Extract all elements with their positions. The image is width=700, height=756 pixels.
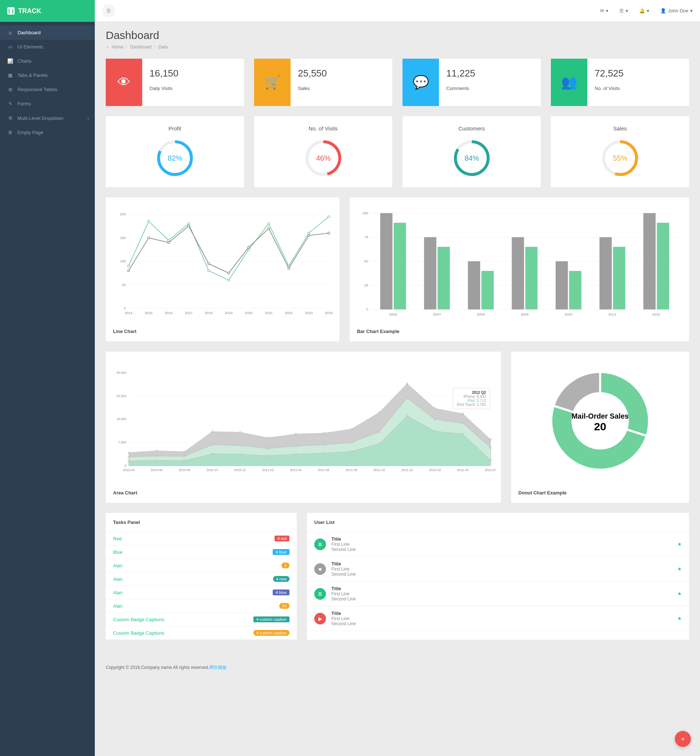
nav-item-multi-level-dropdown[interactable]: ⧉Multi-Level Dropdown‹ [0, 111, 95, 125]
nav-item-dashboard[interactable]: ⌂Dashboard [0, 25, 95, 40]
svg-text:2015: 2015 [145, 311, 152, 315]
user-title: Title [331, 561, 672, 567]
user-dropdown[interactable]: 👤 John Doe ▾ [660, 8, 693, 14]
svg-point-46 [248, 246, 250, 248]
svg-text:2007: 2007 [433, 312, 441, 316]
svg-point-41 [148, 237, 150, 239]
svg-text:2021: 2021 [265, 311, 273, 315]
svg-point-109 [211, 431, 213, 432]
nav-label: Responsive Tables [17, 87, 57, 92]
stat-value: 25,550 [298, 68, 385, 79]
svg-text:2010-08: 2010-08 [179, 468, 190, 472]
stat-card: 🛒25,550Sales [254, 59, 392, 106]
svg-point-49 [308, 234, 310, 237]
svg-text:20: 20 [594, 421, 606, 432]
svg-point-130 [406, 397, 408, 399]
donut-chart: Mail-Order Sales20 [517, 357, 684, 485]
svg-text:2023: 2023 [305, 311, 312, 315]
username-label: John Doe [668, 8, 688, 14]
svg-point-113 [323, 432, 324, 434]
stat-label: Daily Visits [150, 86, 237, 91]
tasks-dropdown[interactable]: ☰ ▾ [619, 8, 628, 14]
stat-label: Comments [446, 86, 533, 91]
stat-icon: 🛒 [254, 59, 291, 106]
svg-point-121 [156, 455, 157, 457]
task-item: Alan4 blue [106, 586, 297, 599]
user-item[interactable]: 🗎TitleFirst LineSecond Line★ [307, 532, 689, 557]
notifications-dropdown[interactable]: 🔔 ▾ [639, 8, 649, 14]
user-line2: Second Line [331, 547, 672, 552]
stat-label: No. of Visits [595, 86, 682, 91]
hamburger-button[interactable]: ☰ [102, 5, 115, 17]
mail-dropdown[interactable]: ✉ ▾ [600, 8, 608, 14]
svg-point-137 [211, 453, 213, 454]
svg-point-133 [490, 447, 491, 449]
circle-stat: Customers 84% [403, 116, 541, 187]
topbar-right: ✉ ▾ ☰ ▾ 🔔 ▾ 👤 John Doe ▾ [600, 8, 693, 14]
breadcrumb-home[interactable]: Home [112, 44, 123, 50]
nav-item-tabs-panels[interactable]: ▦Tabs & Panels [0, 68, 95, 83]
nav-item-charts[interactable]: 📊Charts [0, 54, 95, 68]
logo[interactable]: ❙❙ TRACK [0, 0, 95, 22]
user-line2: Second Line [331, 572, 672, 577]
svg-rect-68 [468, 261, 481, 309]
svg-point-39 [328, 216, 330, 218]
svg-point-136 [184, 460, 185, 461]
line-chart: 0501001502002014201520162017201820192020… [111, 203, 334, 323]
svg-point-124 [239, 445, 241, 446]
svg-point-47 [267, 228, 270, 229]
svg-point-45 [228, 272, 230, 274]
breadcrumb-dashboard[interactable]: Dashboard [130, 44, 152, 50]
nav-item-empty-page[interactable]: 🗎Empty Page [0, 125, 95, 140]
circles-row: Profit 82%No. of Visits 46%Customers 84%… [106, 116, 689, 187]
svg-text:2012-02: 2012-02 [429, 468, 441, 472]
svg-point-35 [248, 248, 250, 251]
svg-point-144 [406, 415, 408, 416]
user-item[interactable]: ▶TitleFirst LineSecond Line★ [307, 606, 689, 631]
svg-point-29 [128, 265, 130, 267]
users-list: 🗎TitleFirst LineSecond Line★■TitleFirst … [307, 532, 689, 631]
star-icon[interactable]: ★ [677, 616, 682, 621]
svg-point-38 [308, 232, 310, 234]
breadcrumb-data[interactable]: Data [158, 44, 167, 50]
nav-icon: ▦ [7, 73, 13, 78]
area-chart-caption: Area Chart [111, 486, 495, 497]
task-link[interactable]: Alan [113, 590, 122, 595]
task-link[interactable]: Alan [113, 577, 122, 582]
svg-point-146 [462, 433, 463, 435]
task-link[interactable]: Custom Badge Captions [113, 617, 164, 622]
task-link[interactable]: Alan [113, 563, 122, 568]
nav-item-responsive-tables[interactable]: ⊞Responsive Tables [0, 83, 95, 97]
tooltip-title: 2012 Q2 [457, 391, 486, 394]
tooltip-row2: iPad: 5,713 [457, 399, 486, 402]
nav-item-ui-elements[interactable]: ▭UI Elements [0, 40, 95, 54]
svg-point-135 [156, 460, 157, 461]
circle-title: No. of Visits [263, 125, 383, 131]
star-icon[interactable]: ★ [677, 541, 682, 547]
task-link[interactable]: Custom Badge Captions [113, 630, 164, 636]
svg-point-42 [168, 242, 170, 244]
svg-text:15,000: 15,000 [116, 417, 126, 421]
svg-point-118 [462, 413, 463, 414]
svg-text:2010-06: 2010-06 [151, 468, 162, 472]
svg-text:2010-10: 2010-10 [206, 468, 218, 472]
nav-item-forms[interactable]: ✎Forms [0, 97, 95, 111]
nav-menu: ⌂Dashboard▭UI Elements📊Charts▦Tabs & Pan… [0, 22, 95, 140]
footer-link[interactable]: 网页模板 [209, 665, 227, 670]
user-item[interactable]: 🗎TitleFirst LineSecond Line★ [307, 581, 689, 606]
user-avatar-icon: 🗎 [314, 538, 326, 550]
svg-point-106 [128, 452, 130, 453]
star-icon[interactable]: ★ [677, 591, 682, 596]
svg-text:150: 150 [120, 236, 126, 240]
svg-point-107 [156, 450, 157, 451]
task-link[interactable]: Red [113, 536, 122, 541]
svg-text:2011-04: 2011-04 [290, 468, 302, 472]
mail-icon: ✉ [600, 8, 604, 14]
star-icon[interactable]: ★ [677, 566, 682, 572]
svg-point-108 [184, 451, 185, 452]
task-link[interactable]: Alan [113, 603, 122, 609]
task-link[interactable]: Blue [113, 549, 122, 555]
task-item: Alan4 new [106, 572, 297, 586]
svg-text:2012: 2012 [652, 312, 660, 316]
user-item[interactable]: ■TitleFirst LineSecond Line★ [307, 557, 689, 581]
